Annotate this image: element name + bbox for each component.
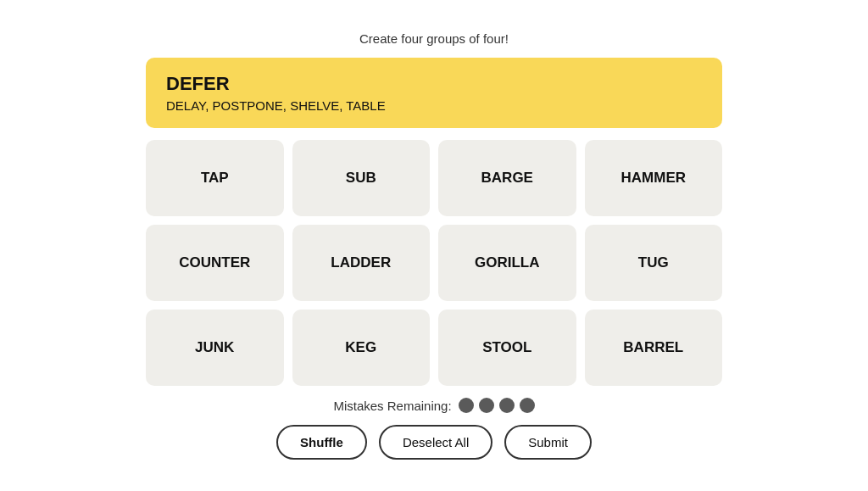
- tile[interactable]: JUNK: [146, 310, 284, 386]
- mistake-dot: [499, 398, 515, 413]
- tile[interactable]: BARGE: [438, 140, 576, 216]
- deselect-all-button[interactable]: Deselect All: [379, 425, 492, 460]
- subtitle: Create four groups of four!: [359, 31, 509, 46]
- mistakes-label: Mistakes Remaining:: [333, 399, 451, 413]
- tile[interactable]: HAMMER: [585, 140, 723, 216]
- mistakes-remaining-row: Mistakes Remaining:: [333, 398, 534, 413]
- tile-grid: TAPSUBBARGEHAMMERCOUNTERLADDERGORILLATUG…: [146, 140, 722, 386]
- tile[interactable]: TUG: [585, 225, 723, 301]
- shuffle-button[interactable]: Shuffle: [276, 425, 367, 460]
- mistakes-dots: [459, 398, 535, 413]
- game-container: Create four groups of four! DEFER DELAY,…: [146, 31, 722, 460]
- solved-group-words: DELAY, POSTPONE, SHELVE, TABLE: [166, 98, 702, 113]
- tile[interactable]: KEG: [292, 310, 431, 386]
- tile[interactable]: STOOL: [438, 310, 576, 386]
- submit-button[interactable]: Submit: [504, 425, 592, 460]
- tile[interactable]: SUB: [292, 140, 431, 216]
- tile[interactable]: GORILLA: [438, 225, 576, 301]
- tile[interactable]: COUNTER: [146, 225, 284, 301]
- tile[interactable]: TAP: [146, 140, 284, 216]
- mistake-dot: [520, 398, 535, 413]
- solved-group: DEFER DELAY, POSTPONE, SHELVE, TABLE: [146, 58, 722, 128]
- solved-group-title: DEFER: [166, 73, 702, 95]
- tile[interactable]: BARREL: [585, 310, 723, 386]
- mistake-dot: [459, 398, 474, 413]
- mistake-dot: [479, 398, 494, 413]
- action-buttons: Shuffle Deselect All Submit: [276, 425, 592, 460]
- tile[interactable]: LADDER: [292, 225, 431, 301]
